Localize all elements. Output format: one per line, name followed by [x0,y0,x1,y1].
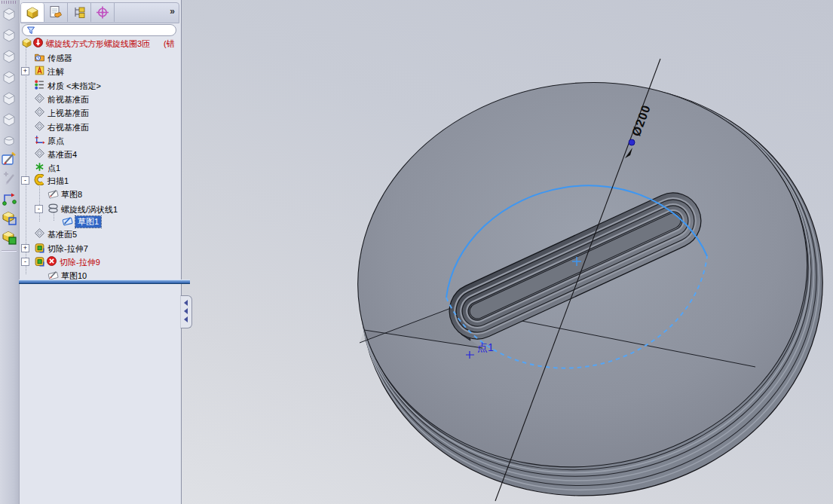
toolbar-grip[interactable] [2,1,17,4]
sweep-icon [34,174,45,185]
tree-item-label[interactable]: 注解 [47,66,64,78]
part-title[interactable]: 螺旋线方式方形螺旋线圈3匝 [46,38,150,50]
sketch-active-icon [62,215,73,226]
tree-item-label[interactable]: 点1 [47,163,60,174]
tree-row[interactable]: 前视基准面 [19,93,181,105]
toolbar-separator [2,250,17,252]
tree-item-label[interactable]: 右视基准面 [47,122,89,133]
tree-row[interactable]: 原点 [19,134,181,147]
tree-filter[interactable] [22,24,176,36]
dimension-point [629,139,635,145]
tab-configurationmanager[interactable] [68,3,91,22]
tree-row[interactable]: 基准面5 [19,228,181,240]
origin-icon [34,134,45,145]
sensors-icon [34,51,45,63]
expand-toggle[interactable]: - [21,176,29,185]
sketch-tool-icon[interactable] [1,151,17,167]
tree-item-label[interactable]: 切除-拉伸7 [47,243,88,255]
plane-icon [34,106,45,118]
tree-item-label[interactable]: 上视基准面 [47,108,89,119]
tree-item-label[interactable]: 基准面4 [47,149,77,160]
expand-toggle[interactable]: + [21,244,29,252]
tree-item-label[interactable]: 切除-拉伸9 [60,257,100,268]
point1-label: 点1 [477,341,494,353]
tree-row-selected[interactable]: 草图1 [19,215,181,228]
tab-propertymanager[interactable] [44,3,68,22]
tree-item-label[interactable]: 原点 [47,136,64,147]
featuremanager-panel: » 螺旋线方式方形螺旋线圈3匝 (错 传感器 + 注解 材质 <未指定> 前视基… [19,0,182,504]
rollback-bar[interactable] [19,279,190,284]
view-cube-icon[interactable] [1,69,17,86]
sketch-icon [47,188,59,199]
feature-box-icon[interactable] [1,209,17,226]
configurationmanager-icon [72,5,87,20]
material-icon [34,79,45,90]
view-cube-iso-icon[interactable] [1,133,17,149]
tree-item-label[interactable]: 基准面5 [47,229,77,240]
expand-toggle[interactable]: - [21,258,29,266]
tree-row-part[interactable]: 螺旋线方式方形螺旋线圈3匝 (错 [19,37,181,50]
plane-icon [34,93,45,104]
tree-row[interactable]: 点1 [19,161,181,174]
part-title-suffix: (错 [164,38,175,50]
add-sketch-icon[interactable] [1,170,17,187]
tree-row[interactable]: + 注解 [19,65,181,78]
panel-collapse-handle[interactable] [180,295,192,328]
tree-item-label[interactable]: 螺旋线/涡状线1 [61,204,118,215]
tree-row[interactable]: 右视基准面 [19,121,181,133]
tree-row[interactable]: 材质 <未指定> [19,79,181,92]
collapse-arrow-icon [184,316,188,322]
plane-icon [34,148,45,159]
filter-input[interactable] [39,25,170,35]
point-icon [34,161,45,173]
tree-row[interactable]: - 扫描1 [19,174,181,187]
error-icon [46,255,57,267]
filter-funnel-icon [26,26,35,35]
dimxpertmanager-icon [95,5,110,20]
route-tool-icon[interactable] [1,190,17,206]
tree-item-label[interactable]: 材质 <未指定> [47,81,101,92]
tree-item-label[interactable]: 前视基准面 [47,94,89,105]
tab-featuremanager[interactable] [21,3,44,22]
tab-dimxpertmanager[interactable] [91,3,115,22]
view-cube-icon[interactable] [1,48,17,65]
tree-row[interactable]: 草图8 [19,188,181,200]
tree-row[interactable]: 传感器 [19,51,181,64]
tree-item-label[interactable]: 传感器 [47,53,72,64]
tree-item-label[interactable]: 草图1 [75,216,101,228]
collapse-arrow-icon [184,308,188,314]
tree-item-label[interactable]: 扫描1 [47,176,69,187]
sketch-icon [47,269,59,280]
helix-icon [47,203,59,214]
plane-icon [34,121,45,132]
tree-row[interactable]: 基准面4 [19,148,181,160]
feature-box2-icon[interactable] [1,229,17,246]
propertymanager-icon [48,5,63,20]
collapse-arrow-icon [184,300,188,306]
expand-toggle[interactable]: + [21,67,29,75]
cut-extrude-icon [34,255,45,267]
tree-item-label[interactable]: 草图8 [61,189,82,200]
tree-row[interactable]: + 切除-拉伸7 [19,242,181,255]
manager-tabbar: » [20,2,179,23]
tree-row[interactable]: 上视基准面 [19,106,181,119]
expand-toggle[interactable]: - [35,205,43,213]
view-cube-icon[interactable] [1,27,17,44]
featuremanager-icon [25,5,40,20]
part-icon [21,37,32,48]
tab-overflow-chevron[interactable]: » [170,6,175,17]
disc-model[interactable]: Ø200 点1 [330,48,833,504]
left-view-toolbar [0,0,20,504]
tree-row[interactable]: - 螺旋线/涡状线1 [19,203,181,215]
view-cube-icon[interactable] [1,6,17,23]
plane-icon [34,228,45,239]
cut-extrude-icon [34,242,45,253]
view-cube-icon[interactable] [1,111,17,128]
tree-row-error[interactable]: - 切除-拉伸9 [19,255,181,268]
annotations-icon [34,65,45,76]
view-cube-icon[interactable] [1,90,17,107]
rebuild-error-icon [32,37,44,48]
